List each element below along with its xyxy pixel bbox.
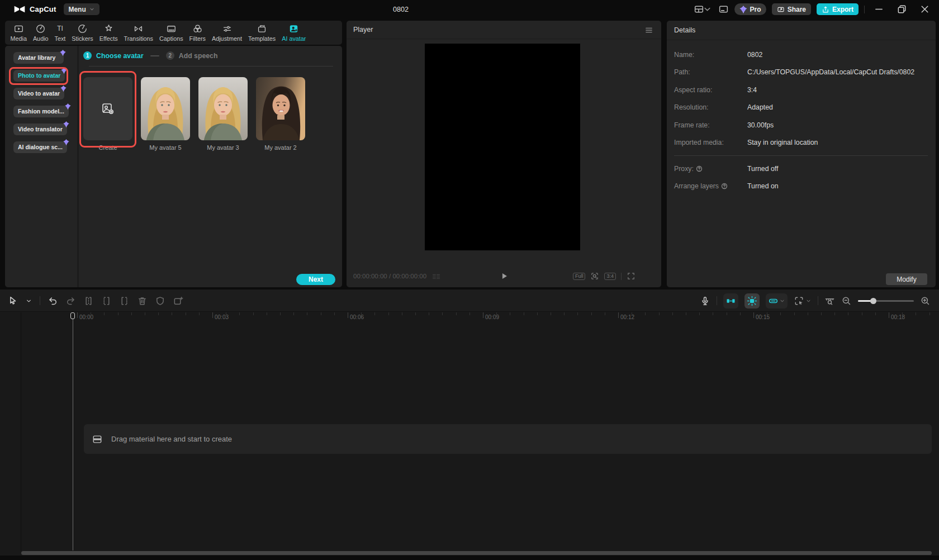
tab-label: Transitions [124, 35, 153, 42]
avatar-card-my-avatar-5[interactable] [141, 77, 190, 140]
zoom-out-button[interactable] [841, 296, 852, 306]
close-button[interactable] [916, 4, 933, 15]
restore-button[interactable] [893, 4, 910, 15]
tab-label: Templates [248, 35, 276, 42]
details-label: Proxy: [674, 165, 747, 173]
split-delete-left-icon [101, 296, 112, 306]
avatar-card-my-avatar-2[interactable] [256, 77, 305, 140]
minimize-button[interactable] [870, 4, 888, 15]
pro-label: Pro [750, 6, 761, 13]
tab-adjustment[interactable]: Adjustment [209, 23, 245, 42]
chevron-down-button[interactable] [25, 297, 32, 305]
help-icon[interactable] [721, 183, 728, 189]
export-clip-button[interactable] [173, 296, 183, 306]
redo-button[interactable] [65, 296, 76, 306]
ruler-minor-tick [524, 312, 524, 315]
timeline-toolbar [0, 290, 939, 312]
arrow-cursor-button[interactable] [7, 296, 18, 306]
mic-button[interactable] [700, 296, 710, 306]
preview-axis-button[interactable] [824, 296, 835, 306]
slider-handle[interactable] [870, 298, 876, 304]
mic-icon [700, 296, 710, 306]
menu-button[interactable]: Menu [64, 3, 99, 15]
close-icon [919, 4, 930, 15]
zoom-in-button[interactable] [920, 296, 931, 306]
select-box-button[interactable] [794, 296, 812, 306]
auto-snap-button[interactable] [744, 293, 760, 309]
split-button[interactable] [83, 296, 94, 306]
share-button[interactable]: Share [772, 3, 811, 15]
timecode-separator: / [389, 273, 391, 279]
tab-label: Stickers [72, 35, 93, 42]
audio-icon [35, 23, 46, 34]
split-delete-right-button[interactable] [119, 296, 130, 306]
tab-text[interactable]: TIText [51, 23, 69, 42]
details-label: Path: [674, 68, 747, 76]
media-toolbar: MediaAudioTITextStickersEffectsTransitio… [5, 21, 342, 45]
ruler-minor-tick [510, 312, 510, 315]
hamburger-menu-icon[interactable] [644, 26, 653, 35]
sidebar-item-video-translator[interactable]: Video translator [13, 124, 67, 135]
pro-badge[interactable]: Pro [734, 3, 766, 15]
capcut-logo-icon [13, 4, 26, 14]
fullscreen-icon[interactable] [627, 272, 636, 281]
sidebar-item-ai-dialogue-sc[interactable]: AI dialogue sc... [13, 141, 67, 153]
play-button[interactable] [499, 271, 509, 281]
link-icon [768, 296, 779, 306]
tab-captions[interactable]: Captions [156, 23, 186, 42]
tab-audio[interactable]: Audio [30, 23, 51, 42]
ruler-minor-tick [821, 312, 822, 315]
project-title: 0802 [393, 0, 409, 18]
link-button[interactable] [766, 293, 788, 309]
panel-layout-button[interactable] [718, 4, 729, 15]
ruler-minor-tick [632, 312, 632, 315]
ruler-minor-tick [402, 312, 402, 315]
divider [818, 296, 818, 305]
sidebar-item-fashion-model[interactable]: Fashion model... [13, 106, 69, 117]
tab-stickers[interactable]: Stickers [69, 23, 96, 42]
drop-zone[interactable]: Drag material here and start to create [84, 424, 932, 454]
ruler-minor-tick [334, 312, 335, 315]
timeline-ruler[interactable]: 00:0000:0300:0600:0900:1200:1500:18 [0, 312, 939, 324]
mask-button[interactable] [155, 296, 165, 306]
transitions-icon [133, 23, 144, 34]
tab-filters[interactable]: Filters [186, 23, 208, 42]
help-icon[interactable] [696, 165, 703, 172]
tab-media[interactable]: Media [7, 23, 30, 42]
divider [864, 6, 865, 13]
details-label-text: Name: [674, 51, 694, 59]
step-indicator: 1Choose avatar2Add speech [79, 46, 342, 60]
modify-button[interactable]: Modify [886, 273, 927, 285]
tab-transitions[interactable]: Transitions [121, 23, 156, 42]
split-delete-left-button[interactable] [101, 296, 112, 306]
tab-effects[interactable]: Effects [96, 23, 121, 42]
create-avatar-button[interactable] [83, 77, 132, 140]
ruler-major-tick [348, 312, 348, 318]
sidebar-item-avatar-library[interactable]: Avatar library [13, 52, 64, 64]
fit-mode-badge[interactable]: Full [573, 273, 586, 280]
tab-templates[interactable]: Templates [245, 23, 279, 42]
next-button[interactable]: Next [296, 274, 335, 285]
zoom-out-icon [841, 296, 852, 306]
chevron-down-icon [702, 4, 713, 15]
details-label: Name: [674, 51, 747, 59]
undo-button[interactable] [48, 296, 58, 306]
sidebar-item-video-to-avatar[interactable]: Video to avatar [13, 88, 64, 99]
layout-switch-button[interactable] [694, 4, 713, 15]
film-icon [92, 434, 102, 444]
timeline-zoom-slider[interactable] [858, 293, 914, 309]
zoom-fit-icon[interactable] [590, 272, 599, 281]
ruler-minor-tick [118, 312, 118, 315]
magnet-button[interactable] [723, 293, 738, 309]
ruler-minor-tick [848, 312, 848, 315]
horizontal-scrollbar[interactable] [21, 551, 932, 555]
details-label: Imported media: [674, 139, 747, 146]
playhead-handle[interactable] [70, 312, 75, 319]
sidebar-item-photo-to-avatar[interactable]: Photo to avatar [13, 70, 65, 82]
delete-button[interactable] [137, 296, 148, 306]
export-button[interactable]: Export [817, 3, 859, 15]
frame-list-icon[interactable] [431, 272, 441, 282]
tab-ai-avatar[interactable]: AI avatar [279, 23, 309, 42]
ratio-badge[interactable]: 3:4 [604, 273, 616, 280]
avatar-card-my-avatar-3[interactable] [198, 77, 248, 140]
